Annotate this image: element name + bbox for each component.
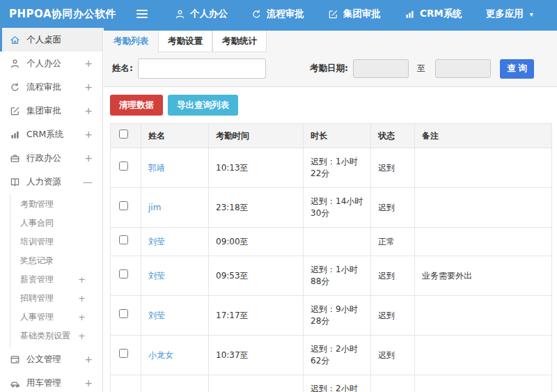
row-checkbox[interactable]: [119, 349, 128, 358]
topnav-item-0[interactable]: 个人办公: [163, 0, 240, 28]
sidebar-item-8[interactable]: 用车管理+: [0, 371, 102, 392]
sidebar-subitem-4[interactable]: 薪资管理+: [10, 270, 102, 289]
car-icon: [9, 378, 20, 389]
attendance-time-cell: 10:54至10:54: [209, 375, 304, 392]
col-header-duration: 时长: [304, 124, 371, 148]
table-row: 管理员10:54至10:54迟到：2小时90分早退：7小时10分迟到/早退111…: [111, 375, 552, 392]
tab-bar: 考勤列表考勤设置考勤统计: [104, 31, 557, 52]
expand-icon[interactable]: +: [84, 58, 93, 69]
sidebar-subitem-2[interactable]: 培训管理: [10, 233, 102, 251]
search-button[interactable]: 查 询: [500, 59, 534, 79]
action-row: 清理数据 导出查询列表: [110, 95, 552, 116]
expand-icon[interactable]: +: [78, 293, 86, 304]
date-filter-label: 考勤日期:: [310, 63, 348, 75]
expand-icon[interactable]: +: [84, 81, 93, 93]
tab-0[interactable]: 考勤列表: [104, 31, 158, 52]
employee-name-link[interactable]: 刘莹: [148, 311, 165, 320]
expand-icon[interactable]: +: [84, 152, 93, 164]
expand-icon[interactable]: +: [84, 377, 93, 389]
topnav-label: 集团审批: [343, 8, 381, 20]
status-cell: 迟到/早退: [371, 375, 415, 392]
home-icon: [9, 35, 20, 45]
date-to-label: 至: [417, 63, 425, 75]
date-to-input[interactable]: [435, 59, 491, 78]
row-checkbox[interactable]: [119, 309, 128, 318]
table-panel: 清理数据 导出查询列表 姓名 考勤时间 时长 状态 备注: [104, 87, 557, 392]
tab-1[interactable]: 考勤设置: [158, 31, 212, 52]
sidebar-item-0[interactable]: 个人桌面: [0, 28, 102, 52]
sidebar-subitem-label: 奖惩记录: [20, 255, 54, 267]
tab-2[interactable]: 考勤统计: [212, 31, 267, 52]
note-cell: [415, 148, 552, 188]
sidebar-item-2[interactable]: 流程审批+: [0, 75, 102, 99]
sidebar-subitem-5[interactable]: 招聘管理+: [10, 289, 102, 308]
edit-icon: [328, 9, 338, 19]
sidebar-subitem-0[interactable]: 考勤管理: [10, 195, 102, 214]
table-row: 刘莹17:17至迟到：9小时28分迟到: [111, 296, 552, 336]
name-filter-input[interactable]: [138, 58, 266, 79]
select-all-checkbox[interactable]: [119, 130, 128, 139]
sidebar-item-label: 公文管理: [26, 354, 61, 366]
clean-data-button[interactable]: 清理数据: [110, 95, 163, 116]
employee-name-link[interactable]: 小龙女: [148, 350, 173, 360]
duration-cell: 迟到：9小时28分: [304, 296, 371, 336]
row-checkbox[interactable]: [119, 235, 128, 244]
sidebar-subitem-7[interactable]: 基础类别设置+: [10, 327, 102, 345]
employee-name-link[interactable]: jim: [148, 203, 161, 212]
sidebar-submenu: 考勤管理人事合同培训管理奖惩记录薪资管理+招聘管理+人事管理+基础类别设置+: [10, 194, 102, 347]
expand-icon[interactable]: +: [78, 331, 86, 341]
sidebar-item-7[interactable]: 公文管理+: [0, 347, 102, 371]
topnav-item-4[interactable]: 更多应用▾: [474, 0, 545, 28]
workflow-icon: [9, 82, 20, 93]
chart-icon: [9, 130, 20, 140]
collapse-icon[interactable]: —: [83, 176, 93, 187]
row-checkbox[interactable]: [119, 201, 128, 210]
sidebar-item-label: 行政办公: [26, 152, 61, 164]
status-cell: 迟到: [371, 336, 415, 375]
status-cell: 迟到: [371, 296, 415, 336]
sidebar-item-6[interactable]: 人力资源—: [0, 170, 102, 194]
topnav-item-2[interactable]: 集团审批: [316, 0, 393, 28]
row-checkbox[interactable]: [119, 269, 128, 279]
attendance-table: 姓名 考勤时间 时长 状态 备注 郭靖10:13至迟到：1小时22分迟到jim2…: [110, 123, 552, 392]
expand-icon[interactable]: +: [78, 312, 86, 322]
sidebar-item-4[interactable]: CRM系统+: [0, 123, 102, 146]
sidebar-subitem-1[interactable]: 人事合同: [10, 214, 102, 233]
panel-top: 考勤列表考勤设置考勤统计 姓名: 考勤日期: 至 查 询: [104, 31, 557, 87]
expand-icon[interactable]: +: [84, 105, 93, 116]
menu-toggle-icon[interactable]: [136, 10, 148, 18]
sidebar-item-3[interactable]: 集团审批+: [0, 99, 102, 123]
sidebar-item-label: 个人桌面: [26, 34, 61, 46]
sidebar-item-5[interactable]: 行政办公+: [0, 146, 102, 170]
topnav-item-3[interactable]: CRM系统: [393, 0, 474, 28]
status-cell: 正常: [371, 228, 415, 256]
note-cell: [415, 336, 552, 375]
sidebar-item-label: 集团审批: [26, 105, 61, 117]
status-cell: 迟到: [371, 148, 415, 188]
employee-name-link[interactable]: 郭靖: [148, 163, 165, 173]
topnav-item-1[interactable]: 流程审批: [240, 0, 316, 28]
expand-icon[interactable]: +: [84, 354, 93, 365]
duration-cell: 迟到：1小时88分: [304, 256, 371, 296]
table-row: 郭靖10:13至迟到：1小时22分迟到: [111, 148, 552, 188]
employee-name-link[interactable]: 刘莹: [148, 237, 165, 246]
book-icon: [9, 177, 20, 187]
row-checkbox[interactable]: [119, 162, 128, 171]
duration-cell: 迟到：1小时22分: [304, 148, 371, 188]
sidebar-subitem-6[interactable]: 人事管理+: [10, 308, 102, 327]
sidebar-item-1[interactable]: 个人办公+: [0, 52, 102, 75]
export-list-button[interactable]: 导出查询列表: [168, 95, 238, 116]
status-cell: 迟到: [371, 256, 415, 296]
topnav-label: 流程审批: [267, 8, 304, 20]
sidebar-subitem-3[interactable]: 奖惩记录: [10, 251, 102, 270]
col-header-note: 备注: [415, 124, 552, 148]
note-cell: [415, 228, 552, 256]
expand-icon[interactable]: +: [78, 274, 86, 285]
expand-icon[interactable]: +: [84, 129, 93, 140]
sidebar-item-label: CRM系统: [26, 129, 63, 141]
employee-name-link[interactable]: 刘莹: [148, 271, 165, 281]
sidebar-item-label: 用车管理: [26, 377, 61, 389]
sidebar-subitem-label: 薪资管理: [20, 274, 54, 285]
note-cell: 1111: [415, 375, 552, 392]
date-from-input[interactable]: [353, 59, 409, 78]
